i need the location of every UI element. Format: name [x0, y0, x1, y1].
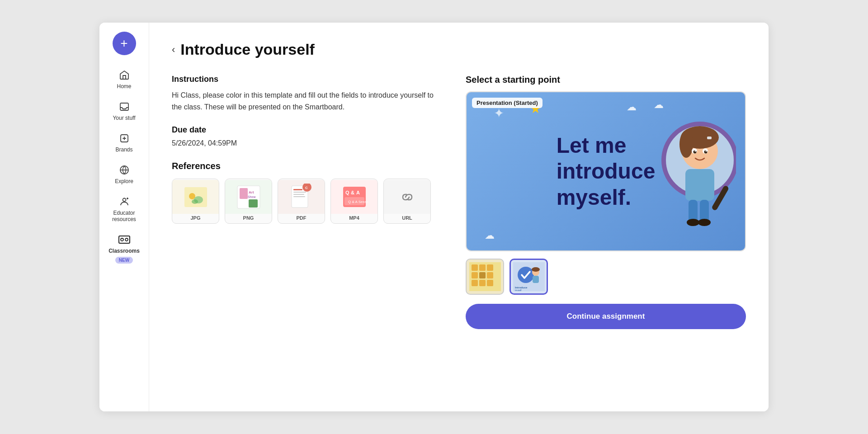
- svg-text:A: A: [356, 190, 360, 195]
- main-content: ‹ Introduce yourself Instructions Hi Cla…: [149, 23, 769, 411]
- main-preview: Presentation (Started) ✦ ★ ☁ ☁ ☁ Let me …: [466, 91, 746, 251]
- sidebar-label-your-stuff: Your stuff: [113, 115, 135, 121]
- svg-rect-43: [685, 169, 714, 201]
- left-column: Instructions Hi Class, please color in t…: [172, 75, 439, 329]
- classrooms-new-badge: NEW: [115, 257, 133, 264]
- svg-rect-54: [479, 272, 486, 278]
- classrooms-icon: [118, 233, 131, 246]
- references-list: JPG Art Show PNG: [172, 179, 439, 224]
- preview-illustration: ✦ ★ ☁ ☁ ☁ Let me introduce myself.: [467, 92, 745, 250]
- preview-label: Presentation (Started): [472, 98, 542, 108]
- sidebar-label-brands: Brands: [115, 146, 132, 153]
- svg-point-60: [518, 267, 534, 283]
- page-title: Introduce yourself: [180, 41, 315, 58]
- url-badge: URL: [384, 214, 430, 222]
- svg-point-4: [123, 198, 126, 202]
- svg-rect-23: [293, 196, 305, 197]
- svg-rect-53: [472, 272, 478, 278]
- svg-rect-20: [293, 189, 302, 190]
- svg-point-9: [125, 238, 128, 241]
- cloud-deco-3: ☁: [485, 230, 495, 241]
- sidebar-label-classrooms: Classrooms: [108, 248, 140, 254]
- svg-rect-18: [249, 199, 258, 208]
- svg-text:C: C: [305, 186, 308, 190]
- thumbnail-options: Introduce myself: [466, 259, 746, 295]
- sidebar-item-explore[interactable]: Explore: [104, 159, 145, 189]
- reference-png[interactable]: Art Show PNG: [225, 179, 272, 224]
- jpg-thumbnail: [172, 180, 219, 214]
- svg-rect-51: [479, 264, 486, 271]
- page-header: ‹ Introduce yourself: [172, 41, 746, 58]
- pdf-thumbnail: C: [278, 180, 325, 214]
- svg-point-47: [687, 219, 699, 226]
- add-button[interactable]: +: [113, 32, 136, 55]
- thumbnail-option-2[interactable]: Introduce myself: [509, 259, 548, 295]
- reference-url[interactable]: URL: [383, 179, 431, 224]
- svg-rect-21: [293, 192, 306, 193]
- sidebar-label-educator-resources: Educator resources: [108, 210, 141, 222]
- svg-rect-52: [487, 264, 493, 271]
- references-label: References: [172, 161, 439, 171]
- svg-text:myself: myself: [515, 289, 522, 291]
- svg-point-42: [706, 151, 707, 152]
- svg-rect-36: [707, 137, 712, 139]
- svg-rect-58: [487, 280, 493, 286]
- right-column: Select a starting point Presentation (St…: [466, 75, 746, 329]
- reference-jpg[interactable]: JPG: [172, 179, 219, 224]
- png-badge: PNG: [225, 214, 272, 222]
- sidebar-item-brands[interactable]: Brands: [104, 127, 145, 157]
- inbox-icon: [118, 100, 131, 113]
- svg-rect-50: [472, 264, 478, 271]
- back-arrow[interactable]: ‹: [172, 44, 175, 56]
- svg-point-41: [695, 151, 696, 152]
- svg-text:Q: Q: [345, 190, 349, 195]
- svg-point-35: [679, 131, 693, 158]
- educator-icon: [118, 195, 131, 208]
- character-area: [646, 101, 736, 250]
- sidebar-item-classrooms[interactable]: Classrooms NEW: [104, 229, 145, 268]
- png-thumbnail: Art Show: [225, 180, 272, 214]
- svg-point-48: [698, 219, 711, 226]
- explore-icon: [118, 164, 131, 176]
- svg-rect-15: [240, 188, 248, 199]
- content-columns: Instructions Hi Class, please color in t…: [172, 75, 746, 329]
- due-date-value: 5/26/2024, 04:59PM: [172, 139, 439, 147]
- home-icon: [118, 69, 131, 81]
- due-date-label: Due date: [172, 125, 439, 135]
- svg-rect-56: [472, 280, 478, 286]
- preview-main-text: Let me introduce myself.: [557, 132, 656, 211]
- svg-text:&: &: [351, 190, 354, 195]
- sidebar-label-home: Home: [117, 83, 131, 90]
- sidebar-label-explore: Explore: [115, 178, 133, 184]
- mp4-thumbnail: Q & A Q & A Session: [331, 180, 377, 214]
- svg-rect-57: [479, 280, 486, 286]
- brands-icon: [118, 132, 131, 145]
- svg-rect-63: [533, 276, 539, 283]
- svg-point-62: [532, 267, 540, 272]
- reference-pdf[interactable]: C PDF: [278, 179, 325, 224]
- svg-rect-55: [487, 272, 493, 278]
- starting-point-heading: Select a starting point: [466, 75, 746, 85]
- sidebar: + Home Your stuff: [99, 23, 149, 411]
- svg-text:Show: Show: [248, 195, 256, 198]
- svg-rect-22: [293, 194, 304, 195]
- reference-mp4[interactable]: Q & A Q & A Session MP4: [330, 179, 378, 224]
- mp4-badge: MP4: [331, 214, 377, 222]
- svg-text:Q & A Session: Q & A Session: [348, 200, 368, 204]
- svg-point-13: [192, 199, 198, 204]
- url-thumbnail: [384, 180, 430, 214]
- jpg-badge: JPG: [172, 214, 219, 222]
- svg-point-8: [121, 238, 123, 241]
- sidebar-item-educator-resources[interactable]: Educator resources: [104, 191, 145, 227]
- continue-assignment-button[interactable]: Continue assignment: [466, 304, 746, 329]
- cloud-deco-1: ☁: [627, 101, 637, 113]
- pdf-badge: PDF: [278, 214, 325, 222]
- sidebar-item-home[interactable]: Home: [104, 64, 145, 94]
- instructions-body: Hi Class, please color in this template …: [172, 90, 439, 113]
- thumbnail-option-1[interactable]: [466, 259, 504, 295]
- instructions-heading: Instructions: [172, 75, 439, 84]
- sidebar-item-your-stuff[interactable]: Your stuff: [104, 96, 145, 126]
- svg-text:Art: Art: [249, 190, 254, 194]
